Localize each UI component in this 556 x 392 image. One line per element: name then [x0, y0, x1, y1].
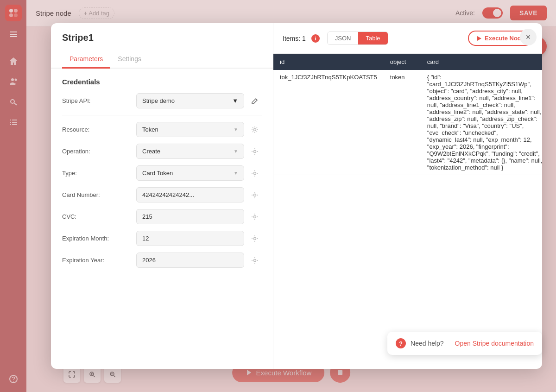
help-link[interactable]: Open Stripe documentation: [455, 340, 534, 347]
svg-point-22: [254, 128, 256, 131]
type-label: Type:: [62, 170, 136, 177]
exp-month-control: 12: [136, 231, 262, 246]
modal-body: Credentials Stripe API: Stripe demo ▼: [51, 69, 273, 369]
operation-select[interactable]: Create ▼: [136, 144, 244, 159]
stripe-api-control: Stripe demo ▼: [136, 93, 262, 108]
cvc-row: CVC: 215: [62, 209, 262, 224]
resource-row: Resource: Token ▼: [62, 122, 262, 137]
output-table: id object card client tok_1JCf3ZJhRTnqS5…: [273, 54, 542, 175]
type-chevron-icon: ▼: [234, 171, 238, 176]
divider: [62, 115, 262, 115]
resource-chevron-icon: ▼: [234, 127, 238, 132]
stripe-api-row: Stripe API: Stripe demo ▼: [62, 93, 262, 108]
info-icon[interactable]: i: [311, 34, 320, 43]
help-bubble-icon: ?: [396, 338, 406, 348]
cell-card: { "id": "card_1JCf3ZJhRTnqS5TKyZl5S1Wp",…: [421, 70, 542, 175]
credentials-section-title: Credentials: [62, 78, 262, 86]
cell-object: token: [384, 70, 421, 175]
type-row: Type: Card Token ▼: [62, 165, 262, 181]
column-header-object: object: [384, 54, 421, 70]
operation-settings-icon[interactable]: [248, 145, 262, 158]
table-view-button[interactable]: Table: [358, 32, 387, 44]
exp-month-row: Expiration Month: 12: [62, 231, 262, 246]
svg-point-28: [254, 259, 256, 261]
help-text: Need help?: [411, 340, 444, 347]
svg-point-24: [254, 172, 256, 174]
type-settings-icon[interactable]: [248, 166, 262, 180]
svg-point-26: [254, 215, 256, 218]
left-panel: Stripe1 Parameters Settings Credentials …: [51, 23, 273, 369]
exp-year-label: Expiration Year:: [62, 257, 136, 264]
exp-year-control: 2026: [136, 253, 262, 268]
operation-row: Operation: Create ▼: [62, 144, 262, 159]
exp-year-row: Expiration Year: 2026: [62, 253, 262, 268]
resource-control: Token ▼: [136, 122, 262, 137]
output-header: Items: 1 i JSON Table Execute Node: [273, 23, 542, 54]
stripe-api-select[interactable]: Stripe demo ▼: [136, 93, 244, 108]
card-number-input[interactable]: 42424242424242...: [136, 187, 244, 202]
type-select[interactable]: Card Token ▼: [136, 165, 244, 181]
close-modal-button[interactable]: ×: [520, 29, 537, 45]
cell-id: tok_1JCf3ZJhRTnqS5TKpKOATST5: [273, 70, 384, 175]
stripe-api-label: Stripe API:: [62, 97, 136, 104]
card-number-control: 42424242424242...: [136, 187, 262, 202]
chevron-down-icon: ▼: [232, 97, 238, 104]
tab-parameters[interactable]: Parameters: [62, 51, 110, 69]
svg-marker-29: [477, 36, 481, 41]
card-number-settings-icon[interactable]: [248, 188, 262, 202]
output-table-container[interactable]: id object card client tok_1JCf3ZJhRTnqS5…: [273, 54, 542, 369]
exp-year-input[interactable]: 2026: [136, 253, 244, 268]
json-view-button[interactable]: JSON: [328, 32, 359, 44]
card-number-row: Card Number: 42424242424242...: [62, 187, 262, 202]
svg-point-27: [254, 237, 256, 240]
edit-credential-button[interactable]: [248, 94, 262, 108]
table-row: tok_1JCf3ZJhRTnqS5TKpKOATST5 token { "id…: [273, 70, 542, 175]
cvc-control: 215: [136, 209, 262, 224]
column-header-card: card: [421, 54, 542, 70]
table-header-row: id object card client: [273, 54, 542, 70]
right-panel: Items: 1 i JSON Table Execute Node id ob…: [273, 23, 542, 369]
items-count: Items: 1: [283, 35, 306, 42]
operation-chevron-icon: ▼: [234, 149, 238, 154]
view-toggle: JSON Table: [327, 32, 388, 45]
resource-settings-icon[interactable]: [248, 123, 262, 137]
tab-settings[interactable]: Settings: [110, 51, 149, 69]
cvc-settings-icon[interactable]: [248, 210, 262, 224]
resource-label: Resource:: [62, 126, 136, 133]
stripe-api-wrapper: Stripe demo ▼: [136, 93, 262, 108]
exp-year-settings-icon[interactable]: [248, 253, 262, 267]
node-modal: × Stripe1 Parameters Settings Credential…: [51, 23, 542, 369]
modal-header: Stripe1: [51, 23, 273, 43]
help-bubble: ? Need help? Open Stripe documentation: [387, 332, 542, 355]
modal-title: Stripe1: [62, 32, 262, 43]
type-control: Card Token ▼: [136, 165, 262, 181]
svg-point-23: [254, 150, 256, 152]
cvc-input[interactable]: 215: [136, 209, 244, 224]
exp-month-settings-icon[interactable]: [248, 232, 262, 246]
operation-control: Create ▼: [136, 144, 262, 159]
modal-tabs: Parameters Settings: [51, 51, 273, 69]
exp-month-input[interactable]: 12: [136, 231, 244, 246]
exp-month-label: Expiration Month:: [62, 235, 136, 242]
operation-label: Operation:: [62, 148, 136, 155]
svg-point-25: [254, 194, 256, 196]
resource-select[interactable]: Token ▼: [136, 122, 244, 137]
column-header-id: id: [273, 54, 384, 70]
cvc-label: CVC:: [62, 213, 136, 220]
card-number-label: Card Number:: [62, 191, 136, 198]
